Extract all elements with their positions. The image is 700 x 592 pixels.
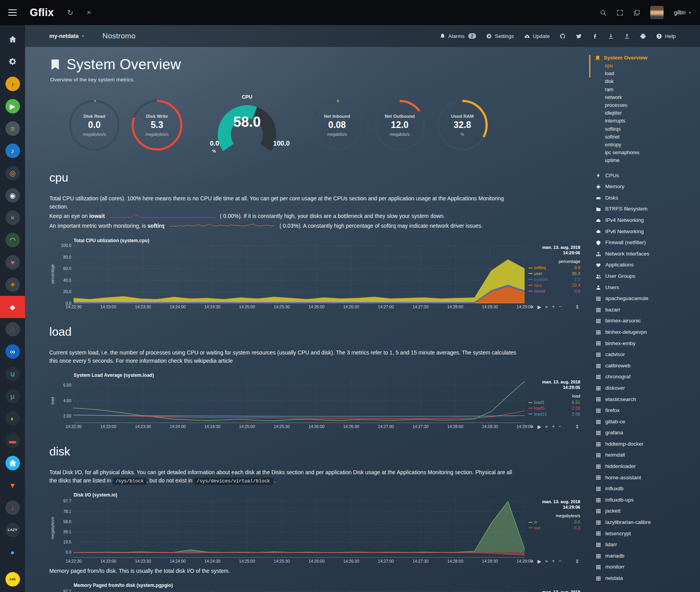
menu-item-cpu[interactable]: cpu <box>595 62 697 70</box>
menu-item-grafana[interactable]: grafana <box>595 427 697 439</box>
user-avatar[interactable] <box>650 6 664 19</box>
chart-pan-left-button[interactable]: « <box>531 424 534 429</box>
menu-item-users[interactable]: Users <box>595 282 697 293</box>
menu-item-elasticsearch[interactable]: elasticsearch <box>595 394 697 405</box>
menu-item-idlejitter[interactable]: idlejitter <box>595 109 697 117</box>
menu-item-btrfs-filesystem[interactable]: BTRFS filesystem <box>595 203 697 215</box>
sidebar-app-settings[interactable] <box>0 50 25 73</box>
menu-item-diskover[interactable]: diskover <box>595 383 697 394</box>
gauge-used-ram[interactable]: Used RAM32.8% <box>436 99 489 151</box>
sidebar-app-plex[interactable]: › <box>0 73 25 95</box>
menu-item-hiddenloader[interactable]: hiddenloader <box>595 461 697 472</box>
sidebar-app-emby[interactable]: ▶ <box>0 95 25 117</box>
menu-icon[interactable] <box>0 0 25 25</box>
menu-item-network[interactable]: network <box>595 94 697 101</box>
menu-item-system-overview[interactable]: System Overview <box>595 54 697 62</box>
gauge-cpu[interactable]: CPU58.00.0100.0% <box>198 94 296 156</box>
sidebar-app-unifi[interactable]: ∪ <box>0 363 25 385</box>
menu-item-bazarr[interactable]: bazarr <box>595 304 697 316</box>
host-dropdown[interactable]: my-netdata▼ <box>49 33 85 39</box>
chart-resize-handle[interactable]: ⇕ <box>575 558 579 564</box>
chart-canvas[interactable] <box>74 379 525 423</box>
chart-zoom-in-button[interactable]: + <box>552 304 555 309</box>
close-icon[interactable]: × <box>87 8 91 17</box>
menu-item-hddtemp-docker[interactable]: hddtemp-docker <box>595 439 697 450</box>
menu-item-calibreweb[interactable]: calibreweb <box>595 360 697 372</box>
legend-iowait[interactable]: iowait0.0 <box>529 288 580 294</box>
menu-item-lazylibrarian-calibre[interactable]: lazylibrarian-calibre <box>595 517 697 528</box>
menu-item-influxdb[interactable]: influxdb <box>595 483 697 495</box>
legend-out[interactable]: out-5.3 <box>529 525 580 531</box>
settings-button[interactable]: Settings <box>486 33 514 39</box>
facebook-link[interactable] <box>592 33 598 39</box>
legend-load5[interactable]: load52.68 <box>529 405 580 411</box>
menu-item-ipc-semaphores[interactable]: ipc semaphores <box>595 149 697 157</box>
menu-item-cadvisor[interactable]: cadvisor <box>595 349 697 360</box>
menu-item-softnet[interactable]: softnet <box>595 133 697 141</box>
sidebar-app-grafana[interactable]: ☀ <box>0 274 25 296</box>
chart-play-button[interactable]: ▶ <box>538 424 541 430</box>
sidebar-app-lazylibrarian[interactable]: LAZY <box>0 519 25 541</box>
menu-item-mariadb[interactable]: mariadb <box>595 551 697 562</box>
legend-load1[interactable]: load16.51 <box>529 399 580 405</box>
chart-cpu[interactable]: Total CPU utilization (system.cpu)percen… <box>49 237 580 310</box>
menu-item-jackett[interactable]: jackett <box>595 506 697 517</box>
chart-canvas[interactable] <box>74 589 525 592</box>
menu-item-firewall-netfilter[interactable]: Firewall (netfilter) <box>595 237 697 248</box>
chart-canvas[interactable] <box>74 499 525 558</box>
menu-item-uptime[interactable]: uptime <box>595 157 697 164</box>
chart-pan-right-button[interactable]: » <box>545 304 548 309</box>
sidebar-app-heimdall[interactable] <box>0 452 25 474</box>
menu-item-home-assistant[interactable]: home-assistant <box>595 472 697 484</box>
twitter-link[interactable] <box>576 33 582 39</box>
sidebar-app-tautulli[interactable]: ◠ <box>0 229 25 251</box>
menu-item-disk[interactable]: disk <box>595 77 697 85</box>
chart-zoom-out-button[interactable]: − <box>559 558 561 564</box>
fullscreen-icon[interactable] <box>617 9 623 16</box>
menu-item-lidarr[interactable]: lidarr <box>595 539 697 551</box>
legend-softirq[interactable]: softirq0.0 <box>529 265 580 271</box>
menu-item-heimdall[interactable]: heimdall <box>595 450 697 461</box>
menu-item-ipv6-networking[interactable]: IPv6 Networking <box>595 226 697 238</box>
export-button[interactable] <box>624 33 630 39</box>
menu-item-cpus[interactable]: CPUs <box>595 170 697 182</box>
menu-item-ram[interactable]: ram <box>595 86 697 94</box>
chart-disk[interactable]: Disk I/O (system.io)megabytes/s97.778.15… <box>49 491 580 565</box>
sidebar-app-deluge[interactable]: ◉ <box>0 184 25 207</box>
menu-item-processes[interactable]: processes <box>595 101 697 109</box>
sidebar-app-media-library[interactable]: ≡ <box>0 117 25 140</box>
chart-pan-left-button[interactable]: « <box>531 304 534 309</box>
chart-pgpgio[interactable]: Memory Paged from/to disk (system.pgpgio… <box>49 581 580 592</box>
chart-resize-handle[interactable]: ⇕ <box>575 424 579 430</box>
menu-item-load[interactable]: load <box>595 70 697 77</box>
chart-play-button[interactable]: ▶ <box>538 304 541 310</box>
open-tabs-icon[interactable] <box>633 9 640 16</box>
menu-item-softirqs[interactable]: softirqs <box>595 125 697 133</box>
legend-user[interactable]: user35.3 <box>529 271 580 277</box>
menu-item-influxdb-ups[interactable]: influxdb-ups <box>595 495 697 506</box>
alarms-button[interactable]: Alarms2 <box>440 33 476 39</box>
sidebar-app-nextcloud[interactable]: ∞ <box>0 340 25 363</box>
print-button[interactable] <box>640 33 646 39</box>
menu-item-applications[interactable]: Applications <box>595 259 697 271</box>
sidebar-app-airsonic[interactable]: ♪ <box>0 140 25 162</box>
menu-item-network-interfaces[interactable]: Network Interfaces <box>595 248 697 260</box>
sidebar-app-ombi[interactable]: ♥ <box>0 251 25 274</box>
gauge-net-inbound[interactable]: Net Inbound0.08megabits/s <box>311 99 363 151</box>
sidebar-app-netdata[interactable]: ◆ <box>0 296 25 318</box>
chart-resize-handle[interactable]: ⇕ <box>575 304 579 310</box>
menu-item-netdata[interactable]: netdata <box>595 573 697 584</box>
menu-item-apacheguacamole[interactable]: apacheguacamole <box>595 293 697 304</box>
sidebar-app-organizr[interactable]: × <box>0 207 25 229</box>
menu-item-firefox[interactable]: firefox <box>595 405 697 416</box>
search-icon[interactable] <box>600 9 606 16</box>
chart-zoom-out-button[interactable]: − <box>559 304 561 309</box>
menu-item-binhex-emby[interactable]: binhex-emby <box>595 338 697 349</box>
chart-pan-left-button[interactable]: « <box>531 558 534 564</box>
gauge-disk-read[interactable]: Disk Read0.0megabytes/s <box>68 99 121 151</box>
menu-item-chronograf[interactable]: chronograf <box>595 371 697 383</box>
legend-in[interactable]: in0.0 <box>529 519 580 525</box>
chart-play-button[interactable]: ▶ <box>538 558 541 564</box>
chart-canvas[interactable] <box>74 245 525 303</box>
menu-item-gitlab-ce[interactable]: gitlab-ce <box>595 416 697 428</box>
